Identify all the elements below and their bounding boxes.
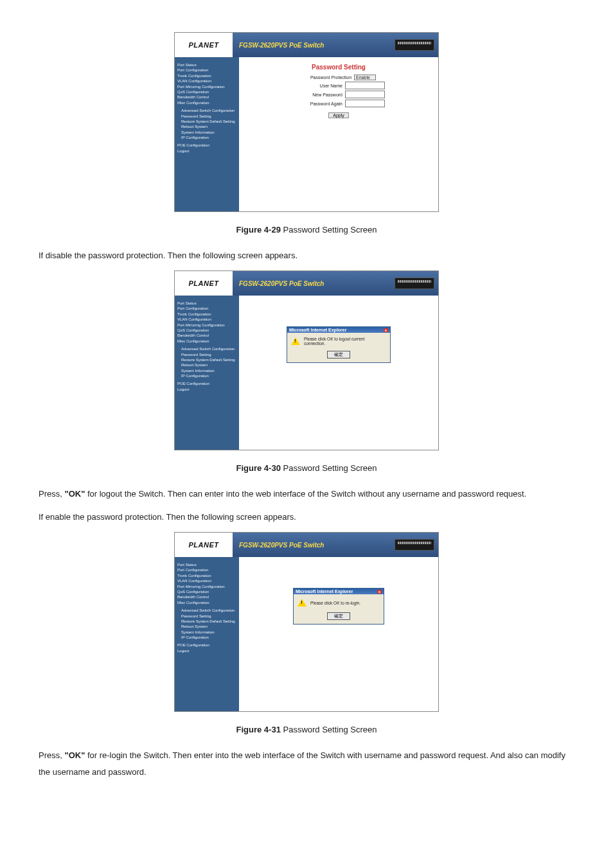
- nav-item[interactable]: Port Mirroring Configuration: [177, 323, 236, 328]
- nav-item[interactable]: VLAN Configuration: [177, 78, 236, 84]
- nav-item[interactable]: Trunk Configuration: [177, 73, 236, 78]
- device-image: [395, 39, 434, 51]
- nav-item[interactable]: QoS Configuration: [177, 328, 236, 333]
- sidebar-nav: Port Status Port Configuration Trunk Con…: [175, 57, 239, 211]
- ok-button[interactable]: 確定: [327, 612, 350, 620]
- nav-item[interactable]: Port Configuration: [177, 567, 236, 572]
- nav-subitem[interactable]: Password Setting: [181, 614, 236, 619]
- device-image: [395, 539, 434, 551]
- newpw-input[interactable]: [345, 91, 385, 98]
- app-header: PLANET FGSW-2620PVS PoE Switch: [175, 33, 438, 57]
- nav-subitem[interactable]: Reboot System: [181, 124, 236, 129]
- username-label: User Name: [292, 84, 342, 88]
- nav-item[interactable]: POE Configuration: [177, 381, 236, 386]
- nav-subitem[interactable]: Restore System Default Setting: [181, 357, 236, 362]
- nav-subitem[interactable]: Restore System Default Setting: [181, 119, 236, 124]
- nav-item[interactable]: Logout: [177, 148, 236, 154]
- nav-subitem[interactable]: IP Configuration: [181, 135, 236, 140]
- nav-item[interactable]: Logout: [177, 387, 236, 392]
- nav-subitem[interactable]: IP Configuration: [181, 635, 236, 640]
- nav-subitem[interactable]: System Information: [181, 630, 236, 635]
- sidebar-nav: Port Status Port Configuration Trunk Con…: [175, 296, 239, 450]
- newpw-label: New Password: [292, 93, 342, 97]
- nav-item[interactable]: QoS Configuration: [177, 89, 236, 94]
- nav-subitem[interactable]: System Information: [181, 368, 236, 373]
- nav-item[interactable]: Port Status: [177, 301, 236, 306]
- app-header: PLANET FGSW-2620PVS PoE Switch: [175, 271, 438, 296]
- brand-logo: PLANET: [175, 533, 233, 557]
- nav-item[interactable]: Trunk Configuration: [177, 312, 236, 317]
- warning-icon: [298, 598, 306, 607]
- nav-item[interactable]: Bandwidth Control: [177, 333, 236, 338]
- ok-button[interactable]: 確定: [327, 351, 350, 359]
- nav-subitem[interactable]: Advanced Switch Configuration: [181, 346, 236, 351]
- username-input[interactable]: [345, 82, 385, 89]
- nav-item[interactable]: VLAN Configuration: [177, 578, 236, 583]
- nav-item[interactable]: Bandwidth Control: [177, 94, 236, 100]
- nav-item[interactable]: POE Configuration: [177, 143, 236, 148]
- nav-item[interactable]: VLAN Configuration: [177, 317, 236, 322]
- nav-subitem[interactable]: Advanced Switch Configuration: [181, 108, 236, 113]
- brand-logo: PLANET: [175, 271, 233, 296]
- nav-item[interactable]: Port Mirroring Configuration: [177, 84, 236, 89]
- figure-caption: Figure 4-31 Password Setting Screen: [39, 725, 574, 734]
- figure-caption: Figure 4-30 Password Setting Screen: [39, 463, 574, 473]
- nav-item[interactable]: Bandwidth Control: [177, 594, 236, 599]
- dialog-message: Please click OK to logout current connec…: [304, 337, 386, 346]
- body-text: Press, "OK" for logout the Switch. Then …: [39, 486, 574, 502]
- sidebar-nav: Port Status Port Configuration Trunk Con…: [175, 557, 239, 711]
- figure-caption: Figure 4-29 Password Setting Screen: [39, 225, 574, 235]
- dialog-title: Microsoft Internet Explorer: [289, 328, 346, 332]
- nav-subitem[interactable]: System Information: [181, 130, 236, 135]
- nav-item[interactable]: Port Status: [177, 562, 236, 567]
- nav-subitem[interactable]: Advanced Switch Configuration: [181, 608, 236, 613]
- nav-subitem[interactable]: Reboot System: [181, 624, 236, 629]
- nav-item[interactable]: Misc Configuration: [177, 600, 236, 605]
- close-icon[interactable]: x: [377, 590, 382, 594]
- body-text: If disable the password protection. Then…: [39, 247, 574, 264]
- nav-item[interactable]: Trunk Configuration: [177, 573, 236, 578]
- protection-label: Password Protection: [301, 75, 351, 80]
- dialog-message: Please click OK to re-login.: [310, 601, 360, 605]
- product-title: FGSW-2620PVS PoE Switch: [239, 542, 324, 549]
- product-title: FGSW-2620PVS PoE Switch: [239, 280, 324, 287]
- nav-item[interactable]: QoS Configuration: [177, 589, 236, 594]
- body-text: If enable the password protection. Then …: [39, 509, 574, 526]
- screenshot-password-setting: PLANET FGSW-2620PVS PoE Switch Port Stat…: [174, 32, 439, 212]
- body-text: Press, "OK" for re-login the Switch. The…: [39, 747, 574, 781]
- app-header: PLANET FGSW-2620PVS PoE Switch: [175, 533, 438, 557]
- pwagain-input[interactable]: [345, 100, 385, 107]
- main-panel: Microsoft Internet Explorer x Please cli…: [239, 557, 438, 711]
- panel-heading: Password Setting: [243, 64, 434, 71]
- dialog-title: Microsoft Internet Explorer: [296, 589, 353, 594]
- nav-subitem[interactable]: Restore System Default Setting: [181, 619, 236, 624]
- nav-item[interactable]: Port Status: [177, 62, 236, 67]
- pwagain-label: Password Again: [292, 102, 342, 106]
- nav-item[interactable]: POE Configuration: [177, 642, 236, 648]
- nav-item[interactable]: Misc Configuration: [177, 339, 236, 344]
- device-image: [395, 278, 434, 289]
- nav-subitem[interactable]: Reboot System: [181, 362, 236, 368]
- brand-logo: PLANET: [175, 33, 233, 57]
- protection-select[interactable]: Enable: [354, 75, 376, 80]
- screenshot-relogin-dialog: PLANET FGSW-2620PVS PoE Switch Port Stat…: [174, 532, 439, 712]
- nav-subitem[interactable]: Password Setting: [181, 114, 236, 119]
- main-panel: Password Setting Password Protection Ena…: [239, 57, 438, 211]
- product-title: FGSW-2620PVS PoE Switch: [239, 42, 324, 49]
- nav-subitem[interactable]: IP Configuration: [181, 373, 236, 378]
- nav-item[interactable]: Port Configuration: [177, 306, 236, 311]
- alert-dialog: Microsoft Internet Explorer x Please cli…: [293, 588, 384, 624]
- alert-dialog: Microsoft Internet Explorer x Please cli…: [287, 326, 391, 363]
- nav-item[interactable]: Port Configuration: [177, 67, 236, 73]
- warning-icon: [291, 337, 300, 346]
- nav-item[interactable]: Port Mirroring Configuration: [177, 584, 236, 589]
- main-panel: Microsoft Internet Explorer x Please cli…: [239, 296, 438, 450]
- nav-subitem[interactable]: Password Setting: [181, 352, 236, 357]
- apply-button[interactable]: Apply: [328, 112, 349, 118]
- close-icon[interactable]: x: [384, 328, 388, 332]
- nav-item[interactable]: Logout: [177, 648, 236, 653]
- screenshot-logout-dialog: PLANET FGSW-2620PVS PoE Switch Port Stat…: [174, 270, 439, 450]
- nav-item[interactable]: Misc Configuration: [177, 100, 236, 105]
